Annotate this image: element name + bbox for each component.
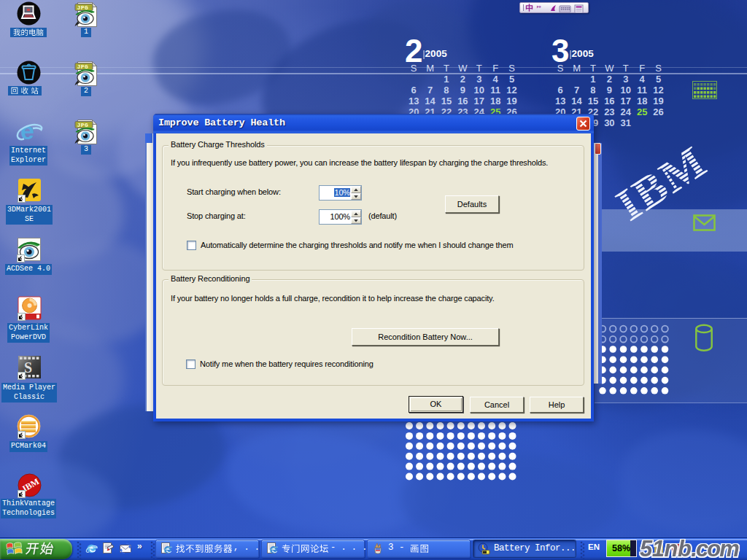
svg-text:JPG: JPG: [77, 63, 89, 70]
svg-text:IBM: IBM: [610, 136, 716, 223]
svg-text:JPG: JPG: [77, 122, 89, 128]
svg-text:’º: ’º: [536, 4, 541, 12]
svg-text:e: e: [20, 117, 34, 144]
svg-text:JPG: JPG: [77, 4, 89, 11]
